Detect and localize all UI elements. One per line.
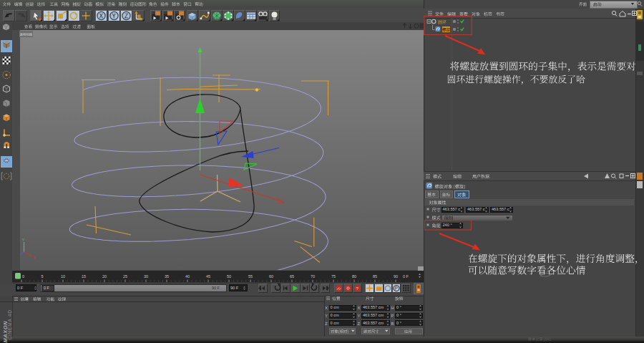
svg-text:X: X [33, 256, 35, 260]
svg-text:Y: Y [22, 238, 24, 242]
